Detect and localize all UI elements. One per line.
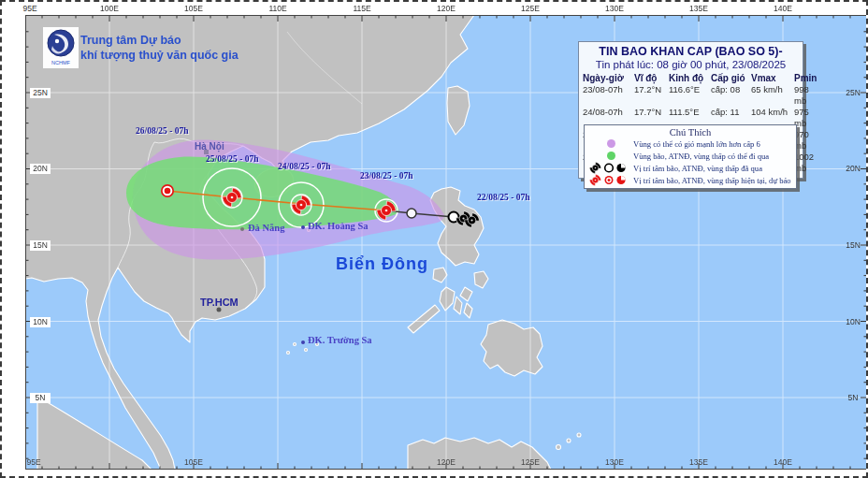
track-label-24-08: 24/08/25 - 07h xyxy=(278,162,330,171)
legend-box: Chú Thích Vùng có thể có gió mạnh lớn hơ… xyxy=(584,124,797,189)
legend-item-green: Vùng bão, ATNĐ, vùng thấp có thể đi qua xyxy=(585,150,796,162)
lon-label-115e: 115E xyxy=(346,4,378,13)
lon-label-130e: 130E xyxy=(599,4,630,13)
forecast-row: 23/08-07h17.2°N116.6°Ecấp: 0865 km/h998 … xyxy=(583,84,799,107)
lon-label-bottom-130e: 130E xyxy=(599,457,630,467)
lon-label-bottom-95e: 95E xyxy=(18,457,50,467)
lat-label-left-25n: 25N xyxy=(30,88,51,98)
lon-label-95e: 95E xyxy=(14,4,46,13)
alert-title: TIN BAO KHAN CAP (BAO SO 5)- xyxy=(583,45,799,58)
lon-label-bottom-120e: 120E xyxy=(430,457,462,467)
track-label-26-08: 26/08/25 - 07h xyxy=(136,126,188,136)
lon-label-bottom-125e: 125E xyxy=(514,457,546,467)
col-date: Ngày-giờ xyxy=(583,73,634,84)
lat-label-right-20n: 20N xyxy=(842,164,864,173)
lon-label-110e: 110E xyxy=(262,4,294,13)
lat-label-left-10n: 10N xyxy=(30,317,51,327)
storm-bulletin-map: 95E 100E 105E 110E 115E 120E 125E 130E 1… xyxy=(0,0,868,478)
low-center-icon xyxy=(161,184,174,197)
lon-label-140e: 140E xyxy=(767,4,799,13)
col-lon: Kinh độ xyxy=(669,73,711,84)
lon-label-bottom-135e: 135E xyxy=(683,457,715,467)
sea-label-bien-dong: Biển Đông xyxy=(336,254,428,274)
lon-label-120e: 120E xyxy=(430,4,462,13)
agency-logo: NCHMF xyxy=(43,27,79,68)
alert-issued-line: Tin phát lúc: 08 giờ 00 phút, 23/08/2025 xyxy=(583,59,799,70)
legend-title: Chú Thích xyxy=(585,127,796,138)
lon-label-105e: 105E xyxy=(178,4,210,13)
col-pmin: Pmin xyxy=(794,73,817,84)
col-lat: Vĩ độ xyxy=(634,73,669,84)
lat-label-right-15n: 15N xyxy=(842,240,864,250)
lon-label-bottom-140e: 140E xyxy=(767,457,799,467)
purple-area-icon xyxy=(607,139,615,148)
legend-item-past: Vị trí tâm bão, ATNĐ, vùng thấp đã qua xyxy=(585,162,796,174)
agency-name-line2: khí tượng thuỷ văn quốc gia xyxy=(80,49,239,62)
lat-label-left-15n: 15N xyxy=(30,240,51,251)
agency-name-line1: Trung tâm Dự báo xyxy=(80,34,181,47)
green-area-icon xyxy=(607,152,615,160)
past-symbols-icon xyxy=(588,162,631,174)
legend-item-purple: Vùng có thể có gió mạnh lớn hơn cấp 6 xyxy=(585,138,796,150)
lon-label-100e: 100E xyxy=(94,4,125,13)
place-label-danang: Đà Nẵng xyxy=(248,223,284,233)
lat-label-right-5n: 5N xyxy=(842,393,864,402)
place-label-hanoi: Hà Nội xyxy=(195,141,224,152)
track-label-22-08: 22/08/25 - 07h xyxy=(477,193,529,202)
lat-label-right-25n: 25N xyxy=(842,88,864,97)
legend-item-current: Vị trí tâm bão, ATNĐ, vùng thấp hiện tại… xyxy=(585,174,796,186)
track-label-23-08: 23/08/25 - 07h xyxy=(360,171,412,181)
lon-label-135e: 135E xyxy=(683,4,715,13)
col-category: Cấp gió xyxy=(711,73,751,84)
place-label-tphcm: TP.HCM xyxy=(200,297,239,308)
place-label-hoang-sa: ĐK. Hoàng Sa xyxy=(308,221,368,231)
logo-text: NCHMF xyxy=(51,60,70,65)
land-mindanao xyxy=(481,320,542,376)
lat-label-right-10n: 10N xyxy=(842,317,864,326)
current-symbols-icon xyxy=(588,174,631,186)
lon-label-bottom-105e: 105E xyxy=(178,457,210,467)
track-label-25-08: 25/08/25 - 07h xyxy=(206,154,258,164)
lon-label-125e: 125E xyxy=(514,4,546,13)
forecast-table-header: Ngày-giờ Vĩ độ Kinh độ Cấp gió Vmax Pmin xyxy=(583,73,799,84)
place-label-truong-sa: ĐK. Trường Sa xyxy=(308,335,372,345)
lat-label-left-5n: 5N xyxy=(30,393,51,403)
col-vmax: Vmax xyxy=(751,73,794,84)
lat-label-left-20n: 20N xyxy=(30,164,51,174)
